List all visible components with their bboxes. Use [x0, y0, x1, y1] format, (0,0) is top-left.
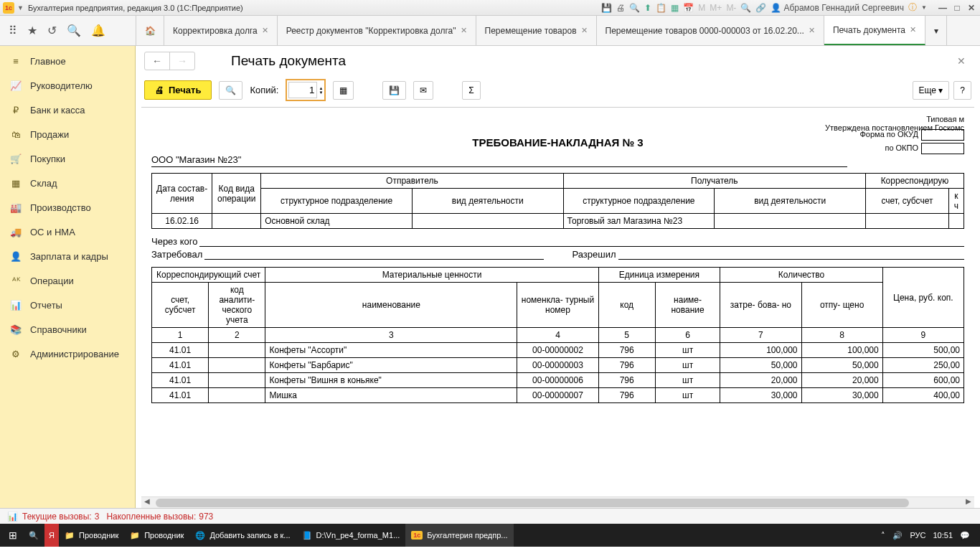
help-button[interactable]: ? [953, 81, 971, 100]
okud-code-box [921, 129, 964, 141]
history-icon[interactable]: ↺ [47, 24, 57, 37]
back-button[interactable]: ← [145, 52, 170, 70]
compare-icon[interactable]: ⬆ [644, 3, 651, 13]
sidebar-item[interactable]: ▦Склад [0, 171, 135, 195]
preview-button[interactable]: 🔍 [219, 81, 242, 100]
document-tab[interactable]: Печать документа✕ [824, 16, 925, 45]
link-icon[interactable]: 🔗 [755, 3, 766, 13]
template-button[interactable]: ▦ [333, 81, 354, 100]
home-tab[interactable]: 🏠 [136, 16, 164, 45]
document-tab[interactable]: Реестр документов "Корректировка долга"✕ [278, 16, 476, 45]
mail-button[interactable]: ✉ [413, 81, 433, 100]
print-icon[interactable]: 🖨 [616, 3, 625, 13]
sidebar-item[interactable]: 🏭Производство [0, 195, 135, 220]
app-menu-dropdown[interactable]: ▼ [17, 4, 24, 11]
minimize-button[interactable]: — [937, 3, 948, 13]
item-cell: 500,00 [882, 343, 963, 358]
print-button[interactable]: 🖨 Печать [144, 80, 212, 100]
tray-volume-icon[interactable]: 🔊 [892, 531, 903, 540]
th-kch: к ч [948, 189, 963, 214]
sidebar-item[interactable]: ᴬᴷОперации [0, 268, 135, 293]
zoom-icon[interactable]: 🔍 [740, 3, 751, 13]
taskbar-app[interactable]: 📁Проводник [124, 524, 189, 547]
notifications-icon[interactable]: 🔔 [91, 24, 105, 37]
save-icon[interactable]: 💾 [601, 3, 612, 13]
search-icon[interactable]: 🔍 [67, 24, 81, 37]
th-sender-struct: структурное подразделение [261, 189, 413, 214]
more-button[interactable]: Еще ▾ [913, 81, 950, 100]
document-tab[interactable]: Корректировка долга✕ [164, 16, 278, 45]
taskbar-app[interactable]: 📁Проводник [59, 524, 124, 547]
copies-label: Копий: [250, 85, 278, 95]
hscroll-thumb[interactable] [156, 499, 909, 507]
sidebar-item[interactable]: 📊Отчеты [0, 293, 135, 317]
performance-icon[interactable]: 📊 [7, 512, 18, 522]
item-cell [209, 388, 265, 403]
item-cell: 600,00 [882, 373, 963, 388]
info-icon[interactable]: ⓘ [908, 1, 917, 14]
sidebar-item[interactable]: 🚚ОС и НМА [0, 220, 135, 244]
close-document-button[interactable]: ✕ [951, 55, 971, 67]
copies-input[interactable] [288, 82, 317, 98]
calendar-icon[interactable]: 📅 [683, 3, 694, 13]
taskbar-app[interactable]: 📘D:\Vn_pe4_forma_M1... [296, 524, 406, 547]
horizontal-scrollbar[interactable]: ◀ ▶ [141, 496, 974, 508]
tab-label: Перемещение товаров 0000-000003 от 16.02… [606, 26, 804, 36]
sidebar-item[interactable]: ₽Банк и касса [0, 98, 135, 122]
sidebar-item-label: Покупки [30, 154, 65, 164]
tray-up-icon[interactable]: ˄ [881, 531, 885, 540]
document-title: ТРЕБОВАНИЕ-НАКЛАДНАЯ № 3 [151, 136, 964, 149]
item-cell: 30,000 [801, 388, 882, 403]
sum-button[interactable]: Σ [462, 81, 480, 100]
document-viewport[interactable]: Типовая м Утверждена постановлением Госк… [141, 107, 974, 491]
favorite-icon[interactable]: ★ [27, 24, 37, 37]
maximize-button[interactable]: □ [951, 3, 963, 13]
sidebar-item-label: Операции [30, 276, 74, 286]
copy-icon[interactable]: 📋 [656, 3, 666, 13]
sidebar-item[interactable]: 📈Руководителю [0, 73, 135, 98]
tab-close-icon[interactable]: ✕ [461, 26, 467, 35]
copies-down[interactable]: ▼ [319, 90, 323, 95]
calc-icon[interactable]: ▦ [671, 3, 679, 13]
forward-button[interactable]: → [170, 52, 194, 70]
sidebar-item[interactable]: ⚙Администрирование [0, 342, 135, 366]
tab-close-icon[interactable]: ✕ [262, 26, 268, 35]
tab-close-icon[interactable]: ✕ [581, 26, 588, 35]
taskbar-search[interactable]: 🔍 [23, 524, 44, 547]
tray-notifications-icon[interactable]: 💬 [960, 531, 970, 540]
m-minus-button[interactable]: M- [726, 3, 736, 13]
tray-time[interactable]: 10:51 [933, 531, 953, 540]
hscroll-left-arrow[interactable]: ◀ [141, 497, 153, 509]
tab-close-icon[interactable]: ✕ [809, 26, 815, 35]
taskbar-app[interactable]: 1cБухгалтерия предпр... [405, 524, 513, 547]
hscroll-right-arrow[interactable]: ▶ [963, 497, 974, 509]
item-cell: 796 [598, 358, 655, 373]
start-button[interactable]: ⊞ [3, 524, 23, 547]
apps-icon[interactable]: ⠿ [9, 24, 17, 37]
item-cell: Мишка [265, 388, 517, 403]
item-cell: 00-00000007 [517, 388, 598, 403]
item-cell: 00-00000002 [517, 343, 598, 358]
taskbar-yandex[interactable]: Я [44, 524, 59, 547]
sidebar-item[interactable]: ≡Главное [0, 49, 135, 73]
item-cell: 41.01 [152, 358, 209, 373]
user-menu[interactable]: 👤 Абрамов Геннадий Сергеевич [771, 3, 904, 13]
document-tab[interactable]: Перемещение товаров✕ [476, 16, 597, 45]
close-button[interactable]: ✕ [966, 3, 977, 13]
sidebar-item[interactable]: 🛍Продажи [0, 122, 135, 146]
tab-close-icon[interactable]: ✕ [910, 25, 916, 34]
sidebar-item[interactable]: 📚Справочники [0, 317, 135, 342]
sidebar-item[interactable]: 👤Зарплата и кадры [0, 244, 135, 268]
m-button[interactable]: M [698, 3, 705, 13]
sidebar-item[interactable]: 🛒Покупки [0, 146, 135, 171]
save-doc-button[interactable]: 💾 [382, 81, 406, 100]
taskbar-app[interactable]: 🌐Добавить запись в к... [189, 524, 296, 547]
m-plus-button[interactable]: M+ [710, 3, 722, 13]
preview-icon[interactable]: 🔍 [629, 3, 640, 13]
tabs-menu-button[interactable]: ▾ [925, 16, 947, 45]
info-dropdown-icon[interactable]: ▼ [921, 4, 927, 11]
document-tab[interactable]: Перемещение товаров 0000-000003 от 16.02… [597, 16, 824, 45]
item-cell: 796 [598, 388, 655, 403]
tray-lang[interactable]: РУС [910, 531, 925, 540]
column-number: 2 [209, 328, 265, 343]
